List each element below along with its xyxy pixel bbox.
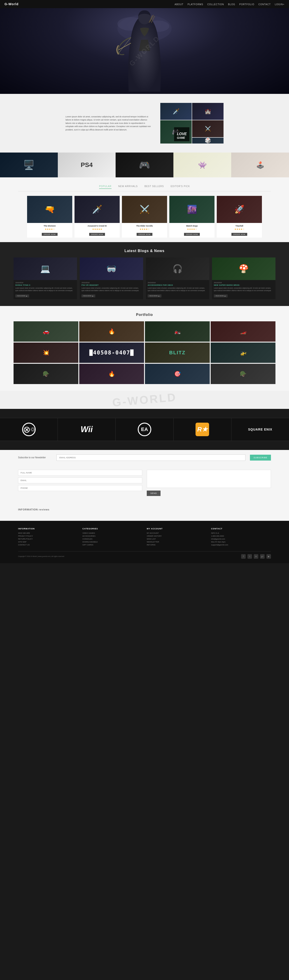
social-googleplus-icon[interactable]: g+ <box>260 554 265 559</box>
footer-col-myaccount: MY ACCOUNT MY ACCOUNT ORDER HISTORY WISH… <box>147 528 207 547</box>
portfolio-item-12[interactable]: 🪖 <box>211 364 275 384</box>
footer-item-1-2[interactable]: CONSOLES <box>82 538 142 540</box>
footer-item-1-4[interactable]: GIFT CARDS <box>82 544 142 546</box>
portfolio-item-5[interactable]: 💥 <box>14 342 78 363</box>
footer-item-2-0[interactable]: MY ACCOUNT <box>147 532 207 534</box>
contact-send-button[interactable]: SEND <box>147 490 161 496</box>
footer-item-0-1[interactable]: PRIVACY POLICY <box>18 535 78 537</box>
social-twitter-icon[interactable]: t <box>247 554 252 559</box>
nav-login[interactable]: LOGIN+ <box>275 2 284 6</box>
sponsor-rockstar[interactable]: R★ <box>174 418 232 441</box>
game-order-btn-4[interactable]: ORDER NOW <box>184 233 200 236</box>
platform-anime[interactable]: 👾 <box>173 153 231 177</box>
tab-editors-pick[interactable]: EDITOR'S PICK <box>171 184 190 189</box>
nav-menu: ABOUT PLATFORMS COLLECTION BLOG PORTFOLI… <box>174 2 284 6</box>
contact-fullname-input[interactable] <box>18 470 142 476</box>
portfolio-item-9[interactable]: 🪖 <box>14 364 78 384</box>
tab-new-arrivals[interactable]: NEW ARRIVALS <box>118 184 138 189</box>
game-order-btn-2[interactable]: ORDER NOW <box>89 233 105 236</box>
footer-item-0-3[interactable]: SITE MAP <box>18 541 78 543</box>
game-order-btn-1[interactable]: ORDER NOW <box>42 233 57 236</box>
footer-item-2-2[interactable]: WISH LIST <box>147 538 207 540</box>
xbox-logo <box>22 423 36 436</box>
game-img-4: 🌆 <box>169 196 214 223</box>
sponsor-xbox[interactable] <box>0 418 58 441</box>
contact-email-input[interactable] <box>18 477 142 484</box>
nav-contact[interactable]: CONTACT <box>258 2 271 6</box>
information-reviews-section: INFORMATION reviews <box>0 503 289 521</box>
social-linkedin-icon[interactable]: in <box>254 554 258 559</box>
footer-item-0-2[interactable]: RETURN POLICY <box>18 538 78 540</box>
platform-ps4[interactable]: PS4 <box>58 153 116 177</box>
portfolio-item-6[interactable]: █40508-0407█ <box>79 342 144 363</box>
footer-item-1-3[interactable]: DOWNLOADABLE <box>82 541 142 543</box>
portfolio-item-10[interactable]: 🔥 <box>79 364 144 384</box>
tab-best-sellers[interactable]: BEST SELLERS <box>145 184 164 189</box>
nav-blog[interactable]: BLOG <box>228 2 235 6</box>
footer-item-2-3[interactable]: NEWSLETTER <box>147 541 207 543</box>
blog-read-more-3[interactable]: READ MORE ▶ <box>148 294 161 298</box>
sponsor-ea[interactable]: EA <box>116 418 173 441</box>
blog-section: Latest Blogs & News 💻 10/10/2016 NVIDIA … <box>0 242 289 306</box>
footer-item-3-3: Mon-Fri 9am-5pm <box>211 541 271 543</box>
blog-read-more-2[interactable]: READ MORE ▶ <box>81 294 95 298</box>
nav-about[interactable]: ABOUT <box>174 2 183 6</box>
collection-grid: 🔫 The Division ★★★★☆ ORDER NOW 🗡️ Assass… <box>18 196 271 238</box>
footer-item-1-0[interactable]: VIDEO GAMES <box>82 532 142 534</box>
portfolio-item-4[interactable]: 🏎️ <box>211 321 275 342</box>
game-order-btn-5[interactable]: ORDER NOW <box>232 233 247 236</box>
game-img-5: 🚀 <box>217 196 262 223</box>
tab-popular[interactable]: POPULAR <box>99 184 112 189</box>
blog-read-more-4[interactable]: READ MORE ▶ <box>214 294 228 298</box>
brand-logo[interactable]: G-World <box>5 2 19 6</box>
contact-message-textarea[interactable] <box>147 470 271 488</box>
portfolio-item-2[interactable]: 🔥 <box>79 321 144 342</box>
footer-item-1-1[interactable]: ACCESSORIES <box>82 535 142 537</box>
portfolio-item-7[interactable]: BLITZ <box>145 342 210 363</box>
game-order-btn-3[interactable]: ORDER NOW <box>137 233 152 236</box>
portfolio-title: Portfolio <box>14 313 275 317</box>
footer-item-0-4[interactable]: CONTACT US <box>18 544 78 546</box>
watermark-text: G-WORLD <box>112 390 177 409</box>
blog-title: Latest Blogs & News <box>14 249 275 253</box>
footer-item-2-1[interactable]: ORDER HISTORY <box>147 535 207 537</box>
blog-card-4: 🍄 25/10/2016 NEW SUPER MARIO BROD: Lorem… <box>212 258 275 299</box>
rockstar-logo: R★ <box>196 423 209 436</box>
game-stars-3: ★★★★☆ <box>124 228 165 231</box>
platform-wii[interactable]: 🕹️ <box>231 153 289 177</box>
ea-logo: EA <box>138 423 151 436</box>
blog-read-more-1[interactable]: READ MORE ▶ <box>15 294 29 298</box>
social-facebook-icon[interactable]: f <box>241 554 246 559</box>
hero-section: G-WORLD <box>0 8 289 94</box>
blog-post-title-2: PS4 VR HEADSET <box>81 284 141 286</box>
platform-blue[interactable]: 🖥️ <box>0 153 58 177</box>
portfolio-item-1[interactable]: 🚗 <box>14 321 78 342</box>
nav-platforms[interactable]: PLATFORMS <box>188 2 203 6</box>
blog-card-2: 🥽 15/10/2016 PS4 VR HEADSET Lorem ipsum … <box>80 258 143 299</box>
blog-grid: 💻 10/10/2016 NVIDIA TITAN X Lorem ipsum … <box>14 258 275 299</box>
footer-item-0-0[interactable]: WHO WE ARE <box>18 532 78 534</box>
contact-phone-input[interactable] <box>18 485 142 491</box>
nav-collection[interactable]: COLLECTION <box>207 2 224 6</box>
about-section: Lorem ipsum dolor sit amet, consectetur … <box>0 94 289 153</box>
footer-item-2-4[interactable]: RETURNS <box>147 544 207 546</box>
portfolio-item-8[interactable]: 🚁 <box>211 342 275 363</box>
portfolio-item-3[interactable]: 🏍️ <box>145 321 210 342</box>
footer-item-3-2[interactable]: info@gworld.com <box>211 538 271 540</box>
nav-portfolio[interactable]: PORTFOLIO <box>240 2 254 6</box>
portfolio-item-11[interactable]: 🎯 <box>145 364 210 384</box>
blog-post-title-4: NEW SUPER MARIO BROD: <box>214 284 274 286</box>
newsletter-subscribe-button[interactable]: SUBSCRIBE <box>250 455 271 461</box>
social-youtube-icon[interactable]: ▶ <box>267 554 271 559</box>
footer-item-3-0: INFO G.A <box>211 532 271 534</box>
newsletter-email-input[interactable] <box>56 455 246 461</box>
footer-col-categories: CATEGORIES VIDEO GAMES ACCESSORIES CONSO… <box>82 528 142 547</box>
footer-item-3-4[interactable]: support@gworld.com <box>211 544 271 546</box>
game-card-body-2: Assassin's Creed III ★★★★★ ORDER NOW <box>75 223 120 238</box>
collection-section: POPULAR NEW ARRIVALS BEST SELLERS EDITOR… <box>0 177 289 242</box>
sponsor-square-enix[interactable]: SQUARE ENIX <box>232 418 289 441</box>
blog-img-3: 🎧 <box>146 258 209 280</box>
platform-xbox[interactable]: 🎮 <box>116 153 173 177</box>
sponsor-wii[interactable]: Wii <box>58 418 116 441</box>
footer-item-3-1[interactable]: 1-800-000-0000 <box>211 535 271 537</box>
